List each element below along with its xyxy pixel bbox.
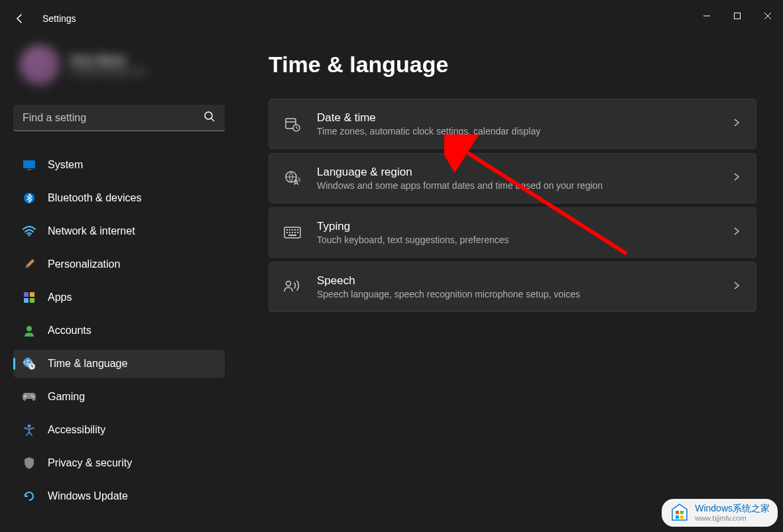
svg-rect-31 (289, 232, 290, 233)
svg-rect-30 (286, 232, 288, 233)
sidebar-item-accessibility[interactable]: Accessibility (13, 416, 225, 444)
close-button[interactable] (753, 5, 783, 27)
svg-point-12 (27, 326, 32, 331)
svg-text:字: 字 (297, 178, 300, 182)
sidebar: User Name user@example.com System Blueto (0, 32, 235, 532)
sidebar-item-time-language[interactable]: Time & language (13, 350, 225, 378)
minimize-button[interactable] (692, 5, 722, 27)
profile-name: User Name (70, 54, 147, 66)
svg-rect-32 (292, 232, 293, 233)
system-icon (23, 158, 36, 172)
svg-rect-25 (286, 229, 288, 231)
sidebar-item-label: Bluetooth & devices (48, 192, 141, 204)
app-title: Settings (42, 13, 76, 24)
svg-rect-35 (288, 235, 296, 236)
settings-list: Date & time Time zones, automatic clock … (269, 99, 756, 312)
svg-rect-28 (294, 229, 296, 231)
setting-desc: Touch keyboard, text suggestions, prefer… (317, 235, 716, 245)
sidebar-item-accounts[interactable]: Accounts (13, 317, 225, 345)
page-title: Time & language (269, 52, 756, 78)
setting-desc: Speech language, speech recognition micr… (317, 289, 716, 299)
sidebar-item-label: Network & internet (48, 225, 135, 237)
search-input[interactable] (23, 112, 204, 124)
gaming-icon (23, 390, 36, 403)
sidebar-item-label: Personalization (48, 258, 120, 270)
update-icon (23, 490, 36, 503)
svg-point-7 (29, 235, 30, 237)
chevron-right-icon (732, 172, 741, 184)
svg-rect-33 (294, 232, 296, 233)
setting-title: Speech (317, 274, 716, 288)
svg-line-3 (211, 119, 214, 121)
sidebar-item-windows-update[interactable]: Windows Update (13, 482, 225, 510)
sidebar-item-apps[interactable]: Apps (13, 284, 225, 311)
setting-typing[interactable]: Typing Touch keyboard, text suggestions,… (269, 207, 756, 258)
maximize-button[interactable] (722, 5, 753, 27)
chevron-right-icon (732, 227, 741, 239)
watermark-logo-icon (670, 503, 690, 523)
svg-point-17 (28, 425, 31, 428)
chevron-right-icon (732, 118, 741, 130)
svg-rect-4 (23, 160, 35, 168)
svg-rect-5 (27, 169, 31, 170)
profile-area[interactable]: User Name user@example.com (13, 32, 225, 105)
watermark: Windows系统之家 www.bjjmlv.com (662, 499, 778, 527)
watermark-url: www.bjjmlv.com (695, 514, 770, 522)
svg-rect-26 (289, 229, 290, 231)
speech-icon (284, 278, 301, 295)
svg-rect-8 (24, 292, 29, 297)
setting-date-time[interactable]: Date & time Time zones, automatic clock … (269, 99, 756, 149)
brush-icon (23, 258, 36, 271)
setting-desc: Windows and some apps format dates and t… (317, 180, 716, 191)
svg-rect-38 (676, 511, 679, 514)
svg-rect-39 (680, 511, 684, 514)
setting-speech[interactable]: Speech Speech language, speech recogniti… (269, 262, 756, 312)
apps-icon (23, 291, 36, 304)
search-icon (204, 111, 215, 125)
sidebar-item-label: Windows Update (48, 490, 128, 502)
svg-rect-41 (680, 515, 684, 519)
sidebar-item-gaming[interactable]: Gaming (13, 383, 225, 411)
sidebar-item-bluetooth[interactable]: Bluetooth & devices (13, 184, 225, 212)
sidebar-item-label: Gaming (48, 391, 85, 403)
back-button[interactable] (13, 12, 27, 25)
nav-list: System Bluetooth & devices Network & int… (13, 151, 225, 510)
sidebar-item-network[interactable]: Network & internet (13, 217, 225, 245)
time-language-icon (23, 357, 36, 370)
svg-rect-1 (735, 13, 741, 19)
sidebar-item-label: Accessibility (48, 424, 105, 436)
svg-rect-9 (30, 292, 34, 297)
sidebar-item-label: Time & language (48, 358, 127, 370)
sidebar-item-label: Accounts (48, 325, 91, 337)
sidebar-item-system[interactable]: System (13, 151, 225, 179)
wifi-icon (23, 225, 36, 238)
setting-desc: Time zones, automatic clock settings, ca… (317, 126, 716, 136)
svg-rect-11 (30, 298, 34, 303)
svg-point-16 (32, 396, 34, 398)
search-box[interactable] (13, 105, 225, 131)
svg-rect-27 (292, 229, 293, 231)
profile-email: user@example.com (70, 66, 147, 76)
keyboard-icon (284, 224, 301, 241)
sidebar-item-label: Apps (48, 292, 72, 303)
language-region-icon: A字 (284, 170, 301, 187)
shield-icon (23, 456, 36, 470)
setting-title: Language & region (317, 166, 716, 179)
setting-title: Date & time (317, 111, 716, 125)
svg-point-2 (205, 112, 212, 119)
bluetooth-icon (23, 191, 36, 205)
setting-title: Typing (317, 220, 716, 233)
date-time-icon (284, 115, 301, 133)
sidebar-item-privacy[interactable]: Privacy & security (13, 449, 225, 477)
sidebar-item-personalization[interactable]: Personalization (13, 250, 225, 278)
main-content: Time & language Date & time Time zones, … (235, 32, 783, 532)
svg-point-15 (31, 395, 32, 396)
svg-rect-10 (24, 298, 29, 303)
svg-point-36 (286, 282, 291, 286)
svg-rect-40 (676, 515, 679, 519)
chevron-right-icon (732, 281, 741, 293)
sidebar-item-label: Privacy & security (48, 457, 132, 469)
watermark-title: Windows系统之家 (695, 504, 770, 513)
svg-rect-29 (297, 229, 298, 231)
setting-language-region[interactable]: A字 Language & region Windows and some ap… (269, 153, 756, 203)
